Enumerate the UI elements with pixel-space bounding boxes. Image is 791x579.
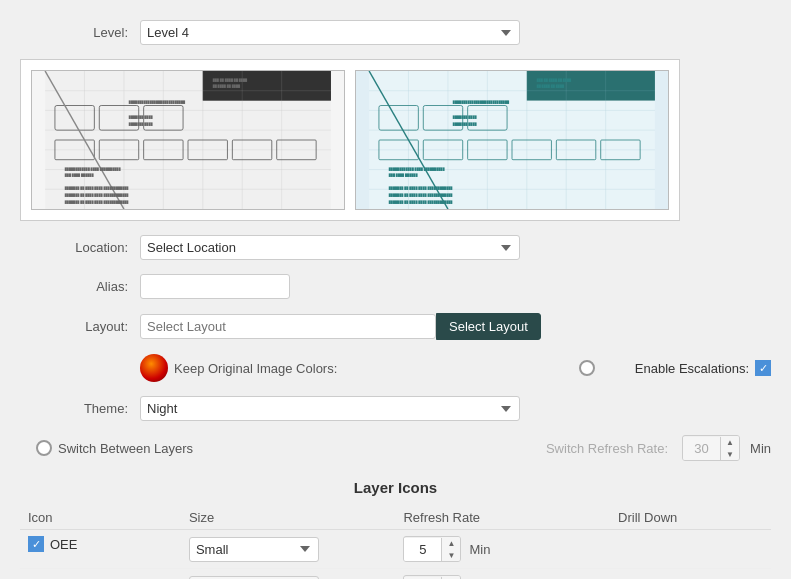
col-size: Size xyxy=(181,506,396,530)
oee-refresh-cell: 5 ▲ ▼ Min xyxy=(395,530,610,569)
layout-row: Layout: Select Layout xyxy=(20,313,771,340)
svg-text:███ ██ ████ ██ ████: ███ ██ ████ ██ ████ xyxy=(213,78,248,82)
switch-refresh-up[interactable]: ▲ xyxy=(721,436,739,448)
oee-refresh-arrows: ▲ ▼ xyxy=(442,537,460,561)
alias-row: Alias: xyxy=(20,274,771,299)
map-images-container: ███ ██ ████ ██ ████ ██ ████ ██ ████ ████… xyxy=(20,59,680,221)
map-image-right: ███ ██ ████ ██ ████ ██ ████ ██ ████ ████… xyxy=(355,70,669,210)
switch-refresh-spinner[interactable]: 30 ▲ ▼ xyxy=(682,435,740,461)
keep-colors-label: Keep Original Image Colors: xyxy=(174,361,559,376)
location-label: Location: xyxy=(20,240,140,255)
oee-refresh-unit: Min xyxy=(469,542,490,557)
svg-text:██ ████ ██ ████: ██ ████ ██ ████ xyxy=(213,84,241,88)
svg-text:███████████████████████████: ███████████████████████████ xyxy=(129,100,186,104)
svg-text:███████ ██ ████ ████ █████████: ███████ ██ ████ ████ ████████████ xyxy=(389,200,454,204)
machine-refresh-cell: 0 ▲ ▼ Sec xyxy=(395,569,610,580)
theme-label: Theme: xyxy=(20,401,140,416)
svg-text:███████ ████: ███████ ████ xyxy=(129,115,154,119)
svg-text:███████ ██ ████ ████ █████████: ███████ ██ ████ ████ ████████████ xyxy=(389,193,454,197)
svg-text:███ ██ ████ ██ ████: ███ ██ ████ ██ ████ xyxy=(537,78,572,82)
oee-refresh-input[interactable]: 5 xyxy=(404,538,442,561)
layout-label: Layout: xyxy=(20,319,140,334)
svg-text:███████ ████: ███████ ████ xyxy=(453,115,478,119)
select-layout-button[interactable]: Select Layout xyxy=(436,313,541,340)
machine-size-select[interactable]: Select Size Small Medium Large xyxy=(189,576,319,580)
oee-refresh-spinner[interactable]: 5 ▲ ▼ xyxy=(403,536,461,562)
svg-text:███████ ████: ███████ ████ xyxy=(453,122,478,126)
oee-size-select[interactable]: Small Medium Large xyxy=(189,537,319,562)
layer-icons-header: Icon Size Refresh Rate Drill Down xyxy=(20,506,771,530)
alias-input[interactable] xyxy=(140,274,290,299)
svg-text:███ ████ ██████: ███ ████ ██████ xyxy=(65,173,95,177)
switch-refresh-unit: Min xyxy=(750,441,771,456)
enable-escalations-label: Enable Escalations: xyxy=(635,361,749,376)
svg-text:███████ ████: ███████ ████ xyxy=(129,122,154,126)
oee-label: OEE xyxy=(50,537,77,552)
col-refresh: Refresh Rate xyxy=(395,506,610,530)
svg-text:████████████ ████ ██████████: ████████████ ████ ██████████ xyxy=(65,167,122,171)
layout-input[interactable] xyxy=(140,314,436,339)
layer-icons-title: Layer Icons xyxy=(20,479,771,496)
theme-select[interactable]: Day Night Custom xyxy=(140,396,520,421)
color-ball-icon xyxy=(140,354,168,382)
svg-text:███████ ██ ████ ████ █████████: ███████ ██ ████ ████ ████████████ xyxy=(65,193,130,197)
machine-size-cell: Select Size Small Medium Large xyxy=(181,569,396,580)
keep-colors-row: Keep Original Image Colors: Enable Escal… xyxy=(20,354,771,382)
switch-refresh-label: Switch Refresh Rate: xyxy=(546,441,668,456)
switch-layers-radio[interactable] xyxy=(36,440,52,456)
table-row: Machine Select Size Small Medium Large 0 xyxy=(20,569,771,580)
svg-text:███████ ██ ████ ████ █████████: ███████ ██ ████ ████ ████████████ xyxy=(389,186,454,190)
enable-escalations-checkbox[interactable]: ✓ xyxy=(755,360,771,376)
switch-refresh-down[interactable]: ▼ xyxy=(721,448,739,460)
oee-checkbox[interactable]: ✓ xyxy=(28,536,44,552)
switch-refresh-input[interactable]: 30 xyxy=(683,437,721,460)
switch-layers-label: Switch Between Layers xyxy=(58,441,193,456)
map-image-left: ███ ██ ████ ██ ████ ██ ████ ██ ████ ████… xyxy=(31,70,345,210)
level-label: Level: xyxy=(20,25,140,40)
keep-colors-radio[interactable] xyxy=(579,360,595,376)
level-select[interactable]: Level 1 Level 2 Level 3 Level 4 Level 5 xyxy=(140,20,520,45)
oee-cell: ✓ OEE xyxy=(20,530,181,558)
svg-text:███ ████ ██████: ███ ████ ██████ xyxy=(389,173,419,177)
oee-drill-cell xyxy=(610,530,771,569)
theme-row: Theme: Day Night Custom xyxy=(20,396,771,421)
svg-text:██ ████ ██ ████: ██ ████ ██ ████ xyxy=(537,84,565,88)
layout-input-group: Select Layout xyxy=(140,313,541,340)
alias-label: Alias: xyxy=(20,279,140,294)
oee-refresh-down[interactable]: ▼ xyxy=(442,549,460,561)
layer-icons-section: Layer Icons Icon Size Refresh Rate Drill… xyxy=(20,479,771,579)
oee-size-cell: Small Medium Large xyxy=(181,530,396,569)
location-row: Location: Select Location xyxy=(20,235,771,260)
svg-text:████████████ ████ ██████████: ████████████ ████ ██████████ xyxy=(389,167,446,171)
oee-refresh-up[interactable]: ▲ xyxy=(442,537,460,549)
switch-refresh-arrows: ▲ ▼ xyxy=(721,436,739,460)
col-icon: Icon xyxy=(20,506,181,530)
machine-refresh-spinner[interactable]: 0 ▲ ▼ xyxy=(403,575,461,579)
svg-text:███████ ██ ████ ████ █████████: ███████ ██ ████ ████ ████████████ xyxy=(65,200,130,204)
level-row: Level: Level 1 Level 2 Level 3 Level 4 L… xyxy=(20,20,771,45)
location-select[interactable]: Select Location xyxy=(140,235,520,260)
col-drill: Drill Down xyxy=(610,506,771,530)
table-row: ✓ OEE Small Medium Large 5 xyxy=(20,530,771,569)
svg-text:███████ ██ ████ ████ █████████: ███████ ██ ████ ████ ████████████ xyxy=(65,186,130,190)
svg-text:███████████████████████████: ███████████████████████████ xyxy=(453,100,510,104)
layer-icons-table: Icon Size Refresh Rate Drill Down ✓ OEE … xyxy=(20,506,771,579)
switch-layers-row: Switch Between Layers Switch Refresh Rat… xyxy=(20,435,771,461)
machine-drill-cell xyxy=(610,569,771,580)
machine-cell: Machine xyxy=(20,569,181,580)
